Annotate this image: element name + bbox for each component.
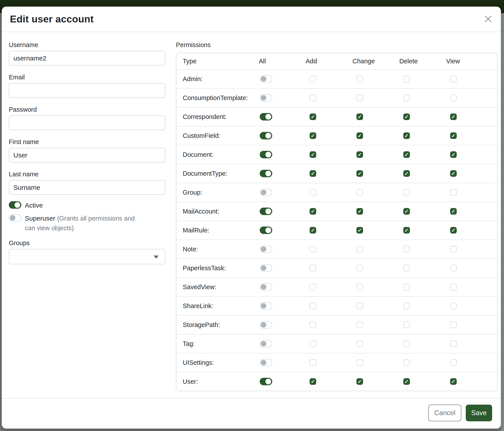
permission-view-checkbox[interactable] <box>450 284 457 290</box>
permission-all-toggle[interactable] <box>260 245 272 253</box>
permission-view-checkbox[interactable] <box>450 208 457 215</box>
permission-delete-checkbox[interactable] <box>403 170 410 177</box>
permission-change-checkbox[interactable] <box>356 284 363 290</box>
last-name-group: Last name <box>9 170 165 195</box>
permission-all-toggle[interactable] <box>260 170 272 177</box>
permission-change-checkbox[interactable] <box>356 95 363 101</box>
permission-change-checkbox[interactable] <box>356 322 363 328</box>
permission-all-toggle[interactable] <box>260 340 272 347</box>
permission-all-toggle[interactable] <box>260 378 272 385</box>
permission-view-checkbox[interactable] <box>450 303 457 309</box>
permission-delete-checkbox[interactable] <box>403 151 410 158</box>
permission-add-checkbox[interactable] <box>310 95 316 101</box>
permission-view-checkbox[interactable] <box>450 132 457 139</box>
permission-add-checkbox[interactable] <box>310 284 316 290</box>
permission-change-checkbox[interactable] <box>356 208 363 215</box>
permission-add-checkbox[interactable] <box>310 378 316 385</box>
permission-add-checkbox[interactable] <box>310 322 316 328</box>
permission-all-toggle[interactable] <box>260 189 272 196</box>
permission-all-toggle[interactable] <box>260 132 272 139</box>
permission-all-toggle[interactable] <box>260 321 272 329</box>
permission-view-checkbox[interactable] <box>450 341 457 347</box>
permission-change-checkbox[interactable] <box>356 151 363 158</box>
permission-add-checkbox[interactable] <box>310 189 316 196</box>
permission-add-checkbox[interactable] <box>310 303 316 309</box>
permission-delete-checkbox[interactable] <box>403 378 410 385</box>
permission-all-toggle[interactable] <box>260 207 272 215</box>
cancel-button[interactable]: Cancel <box>428 405 461 421</box>
permission-all-toggle[interactable] <box>260 94 272 102</box>
permission-view-checkbox[interactable] <box>450 322 457 328</box>
permission-all-toggle[interactable] <box>260 113 272 120</box>
permission-all-toggle[interactable] <box>260 359 272 366</box>
permission-add-checkbox[interactable] <box>310 114 316 120</box>
permission-add-checkbox[interactable] <box>310 208 316 215</box>
permission-change-checkbox[interactable] <box>356 76 363 82</box>
permission-add-checkbox[interactable] <box>310 341 316 347</box>
page-scrollbar[interactable] <box>501 13 504 431</box>
permission-add-checkbox[interactable] <box>310 76 316 82</box>
permission-view-checkbox[interactable] <box>450 227 457 233</box>
permission-change-checkbox[interactable] <box>356 359 363 366</box>
permission-change-checkbox[interactable] <box>356 378 363 385</box>
permission-change-checkbox[interactable] <box>356 303 363 309</box>
permission-all-toggle[interactable] <box>260 151 272 158</box>
permission-delete-checkbox[interactable] <box>403 322 410 328</box>
permission-delete-checkbox[interactable] <box>403 341 410 347</box>
permission-add-checkbox[interactable] <box>310 265 316 271</box>
permission-view-checkbox[interactable] <box>450 246 457 252</box>
permission-delete-checkbox[interactable] <box>403 246 410 252</box>
permission-row-user: User: <box>176 372 497 391</box>
permission-view-checkbox[interactable] <box>450 378 457 385</box>
permission-type-label: Tag: <box>176 340 257 347</box>
active-toggle[interactable] <box>9 201 21 209</box>
permission-add-checkbox[interactable] <box>310 359 316 366</box>
permission-delete-checkbox[interactable] <box>403 284 410 290</box>
permission-view-checkbox[interactable] <box>450 95 457 101</box>
username-input[interactable] <box>9 51 165 65</box>
permission-change-checkbox[interactable] <box>356 170 363 177</box>
permission-view-checkbox[interactable] <box>450 76 457 82</box>
permission-change-checkbox[interactable] <box>356 265 363 271</box>
permission-delete-checkbox[interactable] <box>403 95 410 101</box>
permission-change-checkbox[interactable] <box>356 341 363 347</box>
permission-add-checkbox[interactable] <box>310 132 316 139</box>
email-field[interactable] <box>9 83 165 98</box>
permission-delete-checkbox[interactable] <box>403 189 410 196</box>
permission-add-checkbox[interactable] <box>310 170 316 177</box>
first-name-field[interactable] <box>9 148 165 162</box>
permission-delete-checkbox[interactable] <box>403 227 410 233</box>
password-field[interactable] <box>9 116 165 130</box>
permission-delete-checkbox[interactable] <box>403 132 410 139</box>
permission-change-checkbox[interactable] <box>356 114 363 120</box>
permission-delete-checkbox[interactable] <box>403 208 410 215</box>
permission-view-checkbox[interactable] <box>450 359 457 366</box>
close-button[interactable] <box>482 13 494 25</box>
permission-view-checkbox[interactable] <box>450 265 457 271</box>
permission-all-toggle[interactable] <box>260 302 272 310</box>
permission-delete-checkbox[interactable] <box>403 76 410 82</box>
permission-all-toggle[interactable] <box>260 75 272 83</box>
permission-view-checkbox[interactable] <box>450 170 457 177</box>
permission-delete-checkbox[interactable] <box>403 265 410 271</box>
superuser-toggle[interactable] <box>9 214 21 222</box>
permission-add-checkbox[interactable] <box>310 227 316 233</box>
permission-view-checkbox[interactable] <box>450 151 457 158</box>
permission-add-checkbox[interactable] <box>310 246 316 252</box>
permission-delete-checkbox[interactable] <box>403 114 410 120</box>
permission-change-checkbox[interactable] <box>356 227 363 233</box>
groups-select[interactable] <box>9 249 165 264</box>
permission-add-checkbox[interactable] <box>310 151 316 158</box>
permission-all-toggle[interactable] <box>260 283 272 291</box>
permission-delete-checkbox[interactable] <box>403 359 410 366</box>
permission-all-toggle[interactable] <box>260 264 272 272</box>
permission-view-checkbox[interactable] <box>450 114 457 120</box>
permission-delete-checkbox[interactable] <box>403 303 410 309</box>
save-button[interactable]: Save <box>466 405 492 421</box>
permission-change-checkbox[interactable] <box>356 189 363 196</box>
permission-all-toggle[interactable] <box>260 226 272 234</box>
permission-change-checkbox[interactable] <box>356 132 363 139</box>
permission-change-checkbox[interactable] <box>356 246 363 252</box>
last-name-field[interactable] <box>9 180 165 195</box>
permission-view-checkbox[interactable] <box>450 189 457 196</box>
